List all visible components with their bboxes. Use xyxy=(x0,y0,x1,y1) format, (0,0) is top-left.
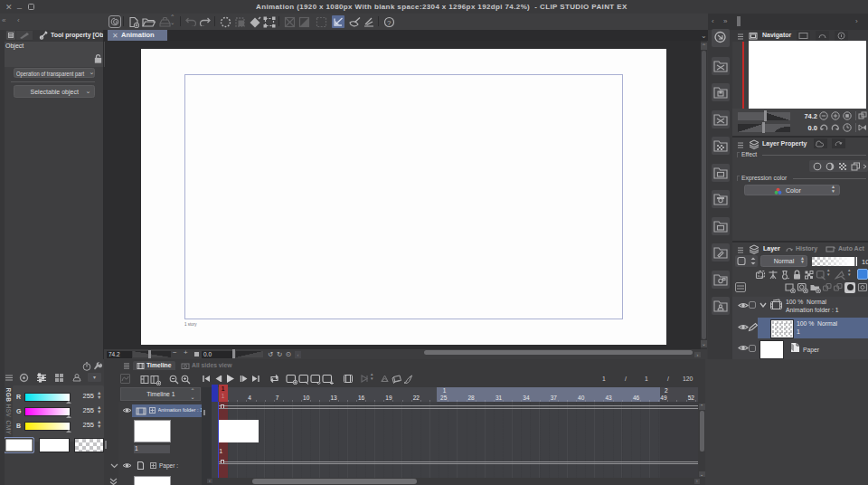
svg-text:?: ? xyxy=(387,18,392,26)
